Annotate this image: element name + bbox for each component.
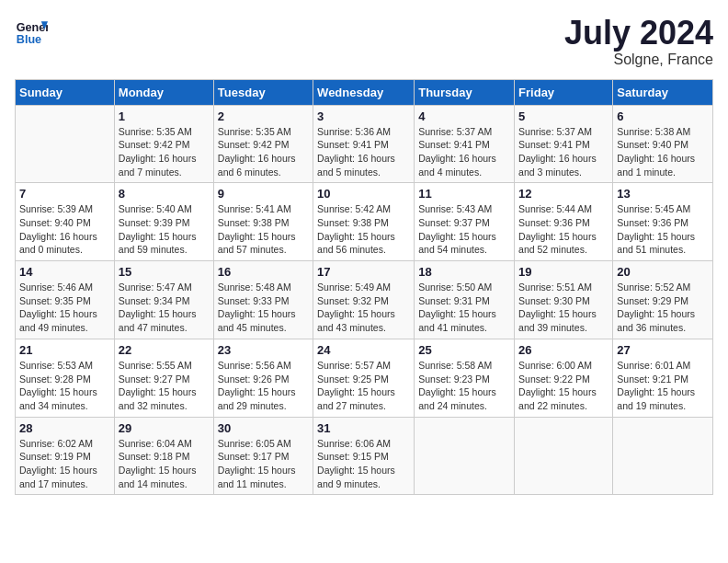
calendar-cell: 14Sunrise: 5:46 AM Sunset: 9:35 PM Dayli… bbox=[16, 261, 115, 339]
calendar-cell: 20Sunrise: 5:52 AM Sunset: 9:29 PM Dayli… bbox=[613, 261, 713, 339]
day-number: 11 bbox=[418, 187, 510, 201]
calendar-week-row: 21Sunrise: 5:53 AM Sunset: 9:28 PM Dayli… bbox=[16, 339, 713, 417]
day-number: 6 bbox=[617, 109, 709, 123]
calendar-cell bbox=[16, 105, 115, 183]
calendar-cell: 11Sunrise: 5:43 AM Sunset: 9:37 PM Dayli… bbox=[415, 183, 515, 261]
calendar-cell: 16Sunrise: 5:48 AM Sunset: 9:33 PM Dayli… bbox=[213, 261, 313, 339]
day-info: Sunrise: 6:06 AM Sunset: 9:15 PM Dayligh… bbox=[317, 437, 410, 491]
calendar-cell: 27Sunrise: 6:01 AM Sunset: 9:21 PM Dayli… bbox=[613, 339, 713, 417]
calendar-cell: 5Sunrise: 5:37 AM Sunset: 9:41 PM Daylig… bbox=[515, 105, 613, 183]
calendar-cell: 28Sunrise: 6:02 AM Sunset: 9:19 PM Dayli… bbox=[16, 417, 115, 495]
day-info: Sunrise: 5:47 AM Sunset: 9:34 PM Dayligh… bbox=[119, 281, 210, 335]
day-number: 4 bbox=[418, 109, 510, 123]
day-info: Sunrise: 5:35 AM Sunset: 9:42 PM Dayligh… bbox=[218, 125, 309, 179]
day-number: 20 bbox=[617, 265, 709, 279]
day-number: 28 bbox=[19, 421, 110, 435]
day-info: Sunrise: 5:46 AM Sunset: 9:35 PM Dayligh… bbox=[19, 281, 110, 335]
day-number: 26 bbox=[518, 343, 609, 357]
calendar-cell: 4Sunrise: 5:37 AM Sunset: 9:41 PM Daylig… bbox=[415, 105, 515, 183]
calendar-cell: 19Sunrise: 5:51 AM Sunset: 9:30 PM Dayli… bbox=[515, 261, 613, 339]
day-number: 10 bbox=[317, 187, 410, 201]
day-info: Sunrise: 5:39 AM Sunset: 9:40 PM Dayligh… bbox=[19, 202, 110, 257]
calendar-table: SundayMondayTuesdayWednesdayThursdayFrid… bbox=[15, 79, 713, 496]
day-number: 21 bbox=[19, 343, 110, 357]
logo: General Blue bbox=[15, 15, 48, 48]
calendar-cell: 17Sunrise: 5:49 AM Sunset: 9:32 PM Dayli… bbox=[313, 261, 415, 339]
day-info: Sunrise: 5:36 AM Sunset: 9:41 PM Dayligh… bbox=[317, 125, 410, 179]
day-info: Sunrise: 5:43 AM Sunset: 9:37 PM Dayligh… bbox=[418, 202, 510, 257]
day-info: Sunrise: 5:38 AM Sunset: 9:40 PM Dayligh… bbox=[617, 125, 709, 179]
calendar-cell: 3Sunrise: 5:36 AM Sunset: 9:41 PM Daylig… bbox=[313, 105, 415, 183]
day-info: Sunrise: 6:02 AM Sunset: 9:19 PM Dayligh… bbox=[19, 437, 110, 491]
day-header-monday: Monday bbox=[114, 79, 213, 105]
calendar-week-row: 7Sunrise: 5:39 AM Sunset: 9:40 PM Daylig… bbox=[16, 183, 713, 261]
day-info: Sunrise: 5:55 AM Sunset: 9:27 PM Dayligh… bbox=[119, 359, 210, 413]
day-number: 27 bbox=[617, 343, 709, 357]
calendar-cell bbox=[515, 417, 613, 495]
day-number: 13 bbox=[617, 187, 709, 201]
day-number: 31 bbox=[317, 421, 410, 435]
calendar-cell bbox=[415, 417, 515, 495]
day-number: 3 bbox=[317, 109, 410, 123]
day-info: Sunrise: 6:04 AM Sunset: 9:18 PM Dayligh… bbox=[119, 437, 210, 491]
day-number: 12 bbox=[518, 187, 609, 201]
calendar-header-row: SundayMondayTuesdayWednesdayThursdayFrid… bbox=[16, 79, 713, 105]
calendar-cell: 26Sunrise: 6:00 AM Sunset: 9:22 PM Dayli… bbox=[515, 339, 613, 417]
day-number: 14 bbox=[19, 265, 110, 279]
day-header-sunday: Sunday bbox=[16, 79, 115, 105]
title-block: July 2024 Solgne, France bbox=[564, 15, 713, 68]
day-number: 23 bbox=[218, 343, 309, 357]
calendar-cell: 23Sunrise: 5:56 AM Sunset: 9:26 PM Dayli… bbox=[213, 339, 313, 417]
day-info: Sunrise: 5:52 AM Sunset: 9:29 PM Dayligh… bbox=[617, 281, 709, 335]
day-header-wednesday: Wednesday bbox=[313, 79, 415, 105]
calendar-week-row: 1Sunrise: 5:35 AM Sunset: 9:42 PM Daylig… bbox=[16, 105, 713, 183]
day-number: 24 bbox=[317, 343, 410, 357]
day-info: Sunrise: 5:50 AM Sunset: 9:31 PM Dayligh… bbox=[418, 281, 510, 335]
calendar-cell: 24Sunrise: 5:57 AM Sunset: 9:25 PM Dayli… bbox=[313, 339, 415, 417]
calendar-cell: 22Sunrise: 5:55 AM Sunset: 9:27 PM Dayli… bbox=[114, 339, 213, 417]
day-info: Sunrise: 5:48 AM Sunset: 9:33 PM Dayligh… bbox=[218, 281, 309, 335]
day-info: Sunrise: 5:42 AM Sunset: 9:38 PM Dayligh… bbox=[317, 202, 410, 257]
calendar-cell: 18Sunrise: 5:50 AM Sunset: 9:31 PM Dayli… bbox=[415, 261, 515, 339]
day-number: 2 bbox=[218, 109, 309, 123]
calendar-cell: 30Sunrise: 6:05 AM Sunset: 9:17 PM Dayli… bbox=[213, 417, 313, 495]
calendar-cell: 29Sunrise: 6:04 AM Sunset: 9:18 PM Dayli… bbox=[114, 417, 213, 495]
calendar-cell: 13Sunrise: 5:45 AM Sunset: 9:36 PM Dayli… bbox=[613, 183, 713, 261]
calendar-cell bbox=[613, 417, 713, 495]
day-number: 22 bbox=[119, 343, 210, 357]
day-info: Sunrise: 6:01 AM Sunset: 9:21 PM Dayligh… bbox=[617, 359, 709, 413]
day-info: Sunrise: 5:35 AM Sunset: 9:42 PM Dayligh… bbox=[119, 125, 210, 179]
calendar-cell: 15Sunrise: 5:47 AM Sunset: 9:34 PM Dayli… bbox=[114, 261, 213, 339]
day-number: 29 bbox=[119, 421, 210, 435]
page-header: General Blue July 2024 Solgne, France bbox=[15, 15, 713, 68]
calendar-cell: 6Sunrise: 5:38 AM Sunset: 9:40 PM Daylig… bbox=[613, 105, 713, 183]
day-info: Sunrise: 5:53 AM Sunset: 9:28 PM Dayligh… bbox=[19, 359, 110, 413]
day-info: Sunrise: 5:49 AM Sunset: 9:32 PM Dayligh… bbox=[317, 281, 410, 335]
day-number: 25 bbox=[418, 343, 510, 357]
calendar-cell: 25Sunrise: 5:58 AM Sunset: 9:23 PM Dayli… bbox=[415, 339, 515, 417]
day-number: 18 bbox=[418, 265, 510, 279]
day-info: Sunrise: 6:05 AM Sunset: 9:17 PM Dayligh… bbox=[218, 437, 309, 491]
day-info: Sunrise: 5:37 AM Sunset: 9:41 PM Dayligh… bbox=[418, 125, 510, 179]
day-info: Sunrise: 5:44 AM Sunset: 9:36 PM Dayligh… bbox=[518, 202, 609, 257]
day-info: Sunrise: 5:57 AM Sunset: 9:25 PM Dayligh… bbox=[317, 359, 410, 413]
day-info: Sunrise: 5:58 AM Sunset: 9:23 PM Dayligh… bbox=[418, 359, 510, 413]
calendar-cell: 12Sunrise: 5:44 AM Sunset: 9:36 PM Dayli… bbox=[515, 183, 613, 261]
day-header-friday: Friday bbox=[515, 79, 613, 105]
day-number: 17 bbox=[317, 265, 410, 279]
day-number: 30 bbox=[218, 421, 309, 435]
logo-icon: General Blue bbox=[15, 15, 48, 48]
calendar-cell: 7Sunrise: 5:39 AM Sunset: 9:40 PM Daylig… bbox=[16, 183, 115, 261]
calendar-week-row: 14Sunrise: 5:46 AM Sunset: 9:35 PM Dayli… bbox=[16, 261, 713, 339]
svg-text:Blue: Blue bbox=[17, 33, 41, 46]
day-number: 16 bbox=[218, 265, 309, 279]
calendar-cell: 9Sunrise: 5:41 AM Sunset: 9:38 PM Daylig… bbox=[213, 183, 313, 261]
day-info: Sunrise: 5:56 AM Sunset: 9:26 PM Dayligh… bbox=[218, 359, 309, 413]
calendar-week-row: 28Sunrise: 6:02 AM Sunset: 9:19 PM Dayli… bbox=[16, 417, 713, 495]
day-number: 19 bbox=[518, 265, 609, 279]
day-number: 9 bbox=[218, 187, 309, 201]
calendar-cell: 2Sunrise: 5:35 AM Sunset: 9:42 PM Daylig… bbox=[213, 105, 313, 183]
calendar-cell: 8Sunrise: 5:40 AM Sunset: 9:39 PM Daylig… bbox=[114, 183, 213, 261]
day-info: Sunrise: 5:41 AM Sunset: 9:38 PM Dayligh… bbox=[218, 202, 309, 257]
calendar-cell: 1Sunrise: 5:35 AM Sunset: 9:42 PM Daylig… bbox=[114, 105, 213, 183]
